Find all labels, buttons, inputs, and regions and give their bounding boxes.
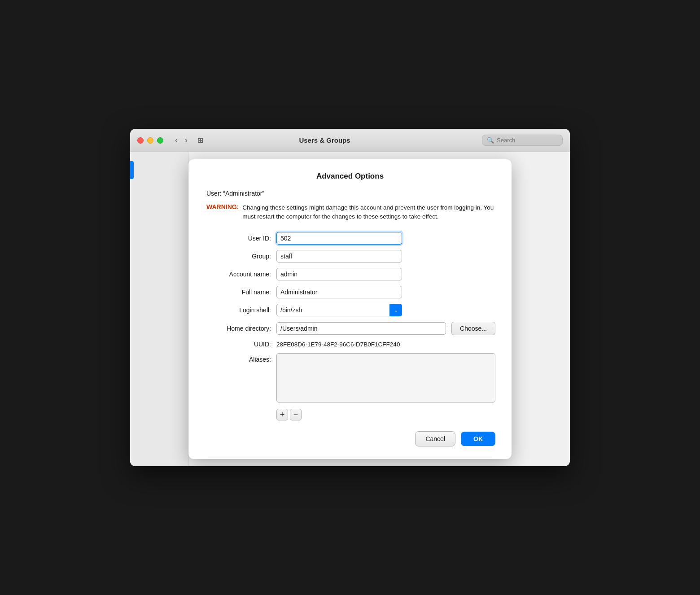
home-directory-input[interactable]: [276, 322, 446, 335]
login-shell-row: Login shell: /bin/zsh /bin/bash /bin/sh …: [205, 304, 495, 316]
choose-button[interactable]: Choose...: [451, 322, 495, 335]
home-directory-label: Home directory:: [205, 325, 276, 332]
search-box[interactable]: 🔍: [482, 135, 563, 146]
user-id-label: User ID:: [205, 235, 276, 242]
account-name-input[interactable]: [276, 268, 402, 280]
close-button[interactable]: [137, 137, 144, 144]
full-name-row: Full name:: [205, 286, 495, 298]
search-input[interactable]: [497, 137, 555, 144]
user-id-input[interactable]: [276, 232, 402, 245]
group-row: Group:: [205, 250, 495, 262]
window-title: Users & Groups: [173, 136, 477, 144]
main-window: ‹ › ⊞ Users & Groups 🔍 Advanced Options …: [130, 129, 570, 466]
dialog-buttons: Cancel OK: [205, 431, 495, 446]
uuid-value: 28FE08D6-1E79-48F2-96C6-D7B0F1CFF240: [276, 341, 400, 348]
search-icon: 🔍: [487, 137, 494, 144]
login-shell-label: Login shell:: [205, 306, 276, 314]
warning-text: Changing these settings might damage thi…: [242, 203, 495, 222]
aliases-row: Aliases:: [205, 353, 495, 402]
home-directory-row: Home directory: Choose...: [205, 322, 495, 335]
cancel-button[interactable]: Cancel: [415, 431, 455, 446]
modal-overlay: Advanced Options User: “Administrator” W…: [130, 152, 570, 466]
aliases-buttons: + −: [276, 409, 495, 420]
login-shell-select-wrapper: /bin/zsh /bin/bash /bin/sh ⌄: [276, 304, 402, 316]
group-input[interactable]: [276, 250, 402, 262]
account-name-label: Account name:: [205, 271, 276, 278]
main-content: Advanced Options User: “Administrator” W…: [188, 152, 570, 466]
login-shell-select[interactable]: /bin/zsh /bin/bash /bin/sh: [276, 304, 402, 316]
remove-alias-button[interactable]: −: [290, 409, 302, 420]
account-name-row: Account name:: [205, 268, 495, 280]
uuid-row: UUID: 28FE08D6-1E79-48F2-96C6-D7B0F1CFF2…: [205, 341, 495, 348]
warning-label: WARNING:: [206, 203, 239, 222]
titlebar: ‹ › ⊞ Users & Groups 🔍: [130, 129, 570, 152]
window-content: Advanced Options User: “Administrator” W…: [130, 152, 570, 466]
aliases-textarea[interactable]: [276, 353, 495, 402]
full-name-input[interactable]: [276, 286, 402, 298]
dialog-title: Advanced Options: [205, 172, 495, 181]
full-name-label: Full name:: [205, 289, 276, 296]
traffic-lights: [137, 137, 163, 144]
maximize-button[interactable]: [157, 137, 163, 144]
advanced-options-dialog: Advanced Options User: “Administrator” W…: [188, 159, 512, 459]
ok-button[interactable]: OK: [461, 432, 495, 446]
warning-box: WARNING: Changing these settings might d…: [206, 203, 495, 222]
user-id-row: User ID:: [205, 232, 495, 245]
group-label: Group:: [205, 253, 276, 260]
minimize-button[interactable]: [147, 137, 153, 144]
add-alias-button[interactable]: +: [276, 409, 288, 420]
aliases-label: Aliases:: [205, 353, 276, 363]
dialog-user-label: User: “Administrator”: [206, 190, 495, 197]
uuid-label: UUID:: [205, 341, 276, 348]
